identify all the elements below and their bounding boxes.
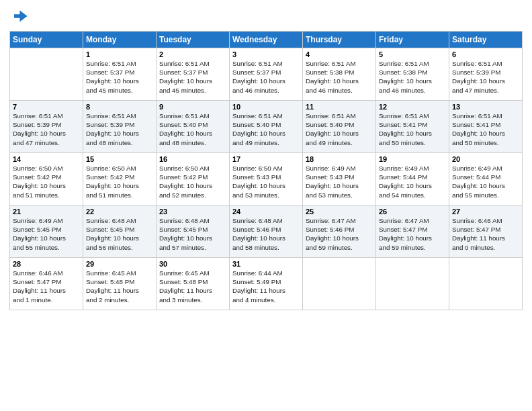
calendar-cell: 11Sunrise: 6:51 AM Sunset: 5:40 PM Dayli… xyxy=(303,101,376,153)
day-info: Sunrise: 6:50 AM Sunset: 5:42 PM Dayligh… xyxy=(86,164,153,199)
calendar-cell xyxy=(376,258,449,310)
calendar-cell: 2Sunrise: 6:51 AM Sunset: 5:37 PM Daylig… xyxy=(157,48,230,101)
day-info: Sunrise: 6:48 AM Sunset: 5:45 PM Dayligh… xyxy=(86,216,153,252)
day-info: Sunrise: 6:44 AM Sunset: 5:49 PM Dayligh… xyxy=(232,269,300,304)
day-info: Sunrise: 6:51 AM Sunset: 5:38 PM Dayligh… xyxy=(306,59,373,95)
calendar-cell: 22Sunrise: 6:48 AM Sunset: 5:45 PM Dayli… xyxy=(83,205,157,258)
column-header-friday: Friday xyxy=(376,32,449,48)
calendar-cell: 5Sunrise: 6:51 AM Sunset: 5:38 PM Daylig… xyxy=(376,48,449,101)
day-info: Sunrise: 6:50 AM Sunset: 5:42 PM Dayligh… xyxy=(159,164,226,199)
day-number: 13 xyxy=(452,103,519,111)
day-info: Sunrise: 6:49 AM Sunset: 5:44 PM Dayligh… xyxy=(379,164,446,199)
calendar-cell: 9Sunrise: 6:51 AM Sunset: 5:40 PM Daylig… xyxy=(157,101,230,153)
calendar-cell: 17Sunrise: 6:50 AM Sunset: 5:43 PM Dayli… xyxy=(230,153,303,205)
day-number: 2 xyxy=(159,50,226,58)
day-info: Sunrise: 6:49 AM Sunset: 5:44 PM Dayligh… xyxy=(452,164,519,199)
day-info: Sunrise: 6:51 AM Sunset: 5:38 PM Dayligh… xyxy=(379,59,446,95)
calendar-cell: 21Sunrise: 6:49 AM Sunset: 5:45 PM Dayli… xyxy=(10,205,83,258)
day-number: 11 xyxy=(306,103,373,111)
day-info: Sunrise: 6:45 AM Sunset: 5:48 PM Dayligh… xyxy=(159,269,226,304)
day-info: Sunrise: 6:51 AM Sunset: 5:41 PM Dayligh… xyxy=(379,111,446,147)
calendar-cell: 30Sunrise: 6:45 AM Sunset: 5:48 PM Dayli… xyxy=(157,258,230,310)
logo-icon xyxy=(9,7,28,26)
calendar-cell: 19Sunrise: 6:49 AM Sunset: 5:44 PM Dayli… xyxy=(376,153,449,205)
day-info: Sunrise: 6:48 AM Sunset: 5:45 PM Dayligh… xyxy=(159,216,226,252)
day-number: 25 xyxy=(306,208,373,216)
day-info: Sunrise: 6:51 AM Sunset: 5:40 PM Dayligh… xyxy=(306,111,373,147)
page-header xyxy=(9,7,523,26)
calendar-cell: 24Sunrise: 6:48 AM Sunset: 5:46 PM Dayli… xyxy=(230,205,303,258)
calendar-cell: 10Sunrise: 6:51 AM Sunset: 5:40 PM Dayli… xyxy=(230,101,303,153)
day-info: Sunrise: 6:51 AM Sunset: 5:41 PM Dayligh… xyxy=(452,111,519,147)
day-info: Sunrise: 6:46 AM Sunset: 5:47 PM Dayligh… xyxy=(452,216,519,252)
day-number: 10 xyxy=(232,103,300,111)
calendar-cell: 8Sunrise: 6:51 AM Sunset: 5:39 PM Daylig… xyxy=(83,101,157,153)
day-info: Sunrise: 6:50 AM Sunset: 5:42 PM Dayligh… xyxy=(13,164,80,199)
day-number: 19 xyxy=(379,155,446,163)
calendar-cell xyxy=(449,258,523,310)
day-number: 12 xyxy=(379,103,446,111)
calendar-cell: 16Sunrise: 6:50 AM Sunset: 5:42 PM Dayli… xyxy=(157,153,230,205)
day-number: 17 xyxy=(232,155,300,163)
day-number: 21 xyxy=(13,208,80,216)
calendar-cell: 31Sunrise: 6:44 AM Sunset: 5:49 PM Dayli… xyxy=(230,258,303,310)
day-info: Sunrise: 6:51 AM Sunset: 5:39 PM Dayligh… xyxy=(86,111,153,147)
calendar-cell: 15Sunrise: 6:50 AM Sunset: 5:42 PM Dayli… xyxy=(83,153,157,205)
day-number: 7 xyxy=(13,103,80,111)
day-number: 22 xyxy=(86,208,153,216)
day-info: Sunrise: 6:47 AM Sunset: 5:47 PM Dayligh… xyxy=(379,216,446,252)
day-number: 30 xyxy=(159,260,226,268)
day-info: Sunrise: 6:51 AM Sunset: 5:37 PM Dayligh… xyxy=(232,59,300,95)
calendar-week-5: 28Sunrise: 6:46 AM Sunset: 5:47 PM Dayli… xyxy=(10,258,523,310)
calendar-cell: 20Sunrise: 6:49 AM Sunset: 5:44 PM Dayli… xyxy=(449,153,523,205)
day-info: Sunrise: 6:51 AM Sunset: 5:40 PM Dayligh… xyxy=(232,111,300,147)
calendar-cell: 12Sunrise: 6:51 AM Sunset: 5:41 PM Dayli… xyxy=(376,101,449,153)
day-info: Sunrise: 6:51 AM Sunset: 5:39 PM Dayligh… xyxy=(13,111,80,147)
day-info: Sunrise: 6:49 AM Sunset: 5:43 PM Dayligh… xyxy=(306,164,373,199)
day-number: 9 xyxy=(159,103,226,111)
day-number: 26 xyxy=(379,208,446,216)
day-number: 15 xyxy=(86,155,153,163)
day-number: 29 xyxy=(86,260,153,268)
day-info: Sunrise: 6:45 AM Sunset: 5:48 PM Dayligh… xyxy=(86,269,153,304)
day-info: Sunrise: 6:51 AM Sunset: 5:37 PM Dayligh… xyxy=(159,59,226,95)
calendar-week-2: 7Sunrise: 6:51 AM Sunset: 5:39 PM Daylig… xyxy=(10,101,523,153)
day-number: 14 xyxy=(13,155,80,163)
day-number: 1 xyxy=(86,50,153,58)
day-number: 16 xyxy=(159,155,226,163)
day-info: Sunrise: 6:51 AM Sunset: 5:39 PM Dayligh… xyxy=(452,59,519,95)
day-number: 28 xyxy=(13,260,80,268)
calendar-header-row: SundayMondayTuesdayWednesdayThursdayFrid… xyxy=(10,32,523,48)
day-info: Sunrise: 6:50 AM Sunset: 5:43 PM Dayligh… xyxy=(232,164,300,199)
day-number: 8 xyxy=(86,103,153,111)
calendar-cell: 25Sunrise: 6:47 AM Sunset: 5:46 PM Dayli… xyxy=(303,205,376,258)
calendar-cell: 29Sunrise: 6:45 AM Sunset: 5:48 PM Dayli… xyxy=(83,258,157,310)
calendar-week-4: 21Sunrise: 6:49 AM Sunset: 5:45 PM Dayli… xyxy=(10,205,523,258)
day-info: Sunrise: 6:49 AM Sunset: 5:45 PM Dayligh… xyxy=(13,216,80,252)
calendar-table: SundayMondayTuesdayWednesdayThursdayFrid… xyxy=(9,31,523,310)
calendar-cell: 6Sunrise: 6:51 AM Sunset: 5:39 PM Daylig… xyxy=(449,48,523,101)
day-info: Sunrise: 6:47 AM Sunset: 5:46 PM Dayligh… xyxy=(306,216,373,252)
column-header-saturday: Saturday xyxy=(449,32,523,48)
calendar-cell: 1Sunrise: 6:51 AM Sunset: 5:37 PM Daylig… xyxy=(83,48,157,101)
calendar-cell: 26Sunrise: 6:47 AM Sunset: 5:47 PM Dayli… xyxy=(376,205,449,258)
day-number: 6 xyxy=(452,50,519,58)
calendar-container: SundayMondayTuesdayWednesdayThursdayFrid… xyxy=(0,0,532,411)
day-number: 23 xyxy=(159,208,226,216)
calendar-week-1: 1Sunrise: 6:51 AM Sunset: 5:37 PM Daylig… xyxy=(10,48,523,101)
column-header-tuesday: Tuesday xyxy=(157,32,230,48)
calendar-cell: 4Sunrise: 6:51 AM Sunset: 5:38 PM Daylig… xyxy=(303,48,376,101)
day-info: Sunrise: 6:51 AM Sunset: 5:37 PM Dayligh… xyxy=(86,59,153,95)
calendar-cell: 18Sunrise: 6:49 AM Sunset: 5:43 PM Dayli… xyxy=(303,153,376,205)
calendar-cell: 28Sunrise: 6:46 AM Sunset: 5:47 PM Dayli… xyxy=(10,258,83,310)
day-number: 5 xyxy=(379,50,446,58)
column-header-monday: Monday xyxy=(83,32,157,48)
day-number: 18 xyxy=(306,155,373,163)
calendar-cell: 23Sunrise: 6:48 AM Sunset: 5:45 PM Dayli… xyxy=(157,205,230,258)
day-number: 27 xyxy=(452,208,519,216)
day-number: 31 xyxy=(232,260,300,268)
day-info: Sunrise: 6:46 AM Sunset: 5:47 PM Dayligh… xyxy=(13,269,80,304)
day-number: 3 xyxy=(232,50,300,58)
column-header-wednesday: Wednesday xyxy=(230,32,303,48)
day-number: 24 xyxy=(232,208,300,216)
